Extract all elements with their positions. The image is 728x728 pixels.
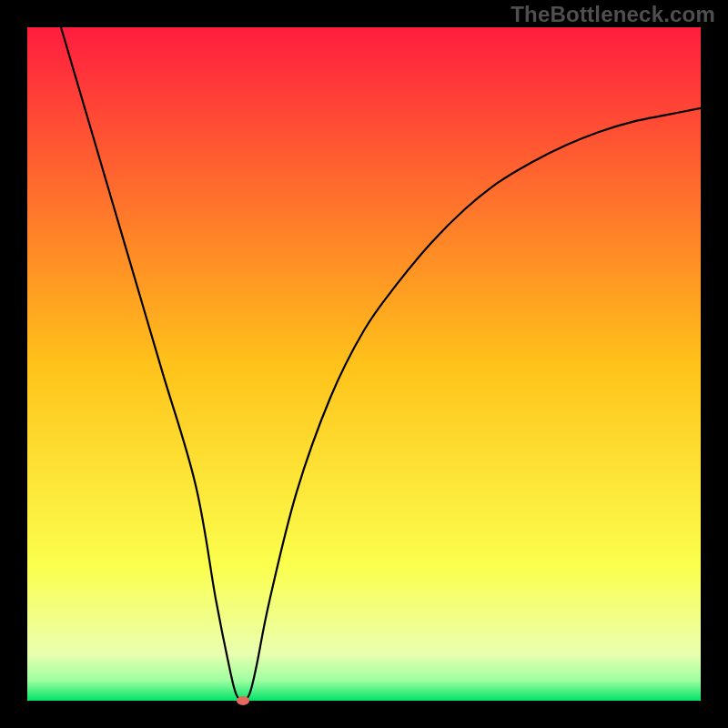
curve-path — [61, 27, 701, 701]
bottleneck-curve — [27, 27, 701, 701]
watermark-text: TheBottleneck.com — [511, 2, 715, 27]
chart-frame: TheBottleneck.com — [0, 0, 728, 728]
optimal-point-marker — [237, 696, 249, 705]
